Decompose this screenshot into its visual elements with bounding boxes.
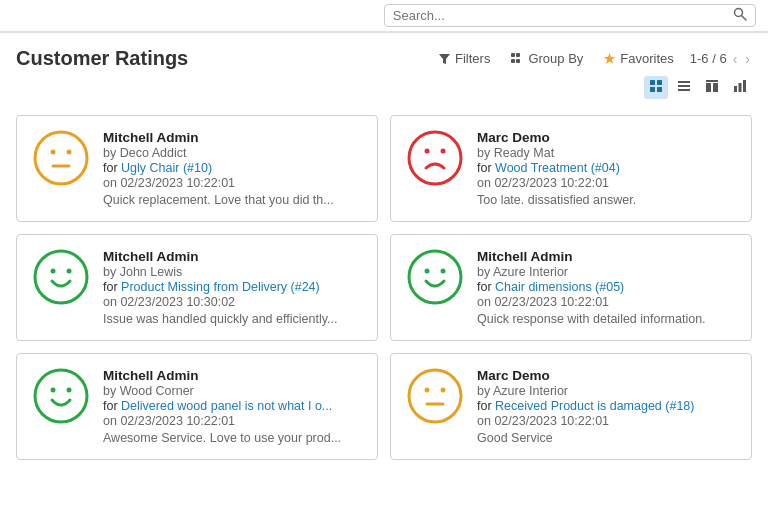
- pagination-text: 1-6 / 6: [690, 51, 727, 66]
- card-content: Marc Demo by Azure Interior for Received…: [477, 368, 735, 445]
- svg-point-29: [67, 269, 72, 274]
- card-date: on 02/23/2023 10:22:01: [103, 414, 361, 428]
- svg-point-31: [425, 269, 430, 274]
- face-icon: [407, 249, 463, 305]
- svg-rect-7: [650, 80, 655, 85]
- svg-rect-5: [516, 59, 520, 63]
- favorites-button[interactable]: Favorites: [599, 49, 677, 68]
- face-icon: [33, 368, 89, 424]
- card-date: on 02/23/2023 10:22:01: [103, 176, 361, 190]
- face-icon: [407, 368, 463, 424]
- svg-point-22: [67, 150, 72, 155]
- svg-point-25: [425, 149, 430, 154]
- svg-rect-16: [713, 83, 718, 92]
- card-comment: Issue was handled quickly and efficientl…: [103, 312, 361, 326]
- card-for-link[interactable]: Delivered wood panel is not what I o...: [121, 399, 332, 413]
- svg-point-32: [441, 269, 446, 274]
- svg-point-26: [441, 149, 446, 154]
- card-item: Mitchell Admin by Deco Addict for Ugly C…: [16, 115, 378, 222]
- card-by: by Azure Interior: [477, 384, 735, 398]
- filters-label: Filters: [455, 51, 490, 66]
- chart-view-button[interactable]: [728, 76, 752, 99]
- card-by: by John Lewis: [103, 265, 361, 279]
- svg-point-36: [409, 370, 461, 422]
- svg-point-30: [409, 251, 461, 303]
- card-for-link[interactable]: Ugly Chair (#10): [121, 161, 212, 175]
- card-for-link[interactable]: Chair dimensions (#05): [495, 280, 624, 294]
- svg-point-24: [409, 132, 461, 184]
- card-by: by Deco Addict: [103, 146, 361, 160]
- card-item: Marc Demo by Ready Mat for Wood Treatmen…: [390, 115, 752, 222]
- card-for-link[interactable]: Wood Treatment (#04): [495, 161, 620, 175]
- svg-rect-12: [678, 85, 690, 87]
- card-date: on 02/23/2023 10:30:02: [103, 295, 361, 309]
- svg-rect-19: [743, 80, 746, 92]
- face-icon: [33, 249, 89, 305]
- kanban-view-button[interactable]: [644, 76, 668, 99]
- filters-button[interactable]: Filters: [434, 49, 494, 68]
- svg-rect-17: [734, 86, 737, 92]
- card-content: Marc Demo by Ready Mat for Wood Treatmen…: [477, 130, 735, 207]
- search-container: [384, 4, 756, 27]
- svg-rect-8: [657, 80, 662, 85]
- svg-line-1: [742, 16, 747, 21]
- card-content: Mitchell Admin by Wood Corner for Delive…: [103, 368, 361, 445]
- svg-point-38: [441, 388, 446, 393]
- card-for: for Wood Treatment (#04): [477, 161, 735, 175]
- group-by-button[interactable]: Group By: [506, 49, 587, 68]
- view-controls: [0, 74, 768, 107]
- card-for: for Received Product is damaged (#18): [477, 399, 735, 413]
- prev-page-button[interactable]: ‹: [731, 51, 740, 67]
- card-date: on 02/23/2023 10:22:01: [477, 414, 735, 428]
- list-view-button[interactable]: [672, 76, 696, 99]
- favorites-label: Favorites: [620, 51, 673, 66]
- svg-point-21: [51, 150, 56, 155]
- svg-point-35: [67, 388, 72, 393]
- svg-point-27: [35, 251, 87, 303]
- card-name: Mitchell Admin: [103, 368, 361, 383]
- svg-marker-6: [604, 53, 615, 64]
- card-for-link[interactable]: Received Product is damaged (#18): [495, 399, 694, 413]
- card-name: Mitchell Admin: [477, 249, 735, 264]
- card-content: Mitchell Admin by Azure Interior for Cha…: [477, 249, 735, 326]
- card-for: for Delivered wood panel is not what I o…: [103, 399, 361, 413]
- svg-point-20: [35, 132, 87, 184]
- svg-rect-13: [678, 89, 690, 91]
- face-icon: [407, 130, 463, 186]
- card-item: Mitchell Admin by Wood Corner for Delive…: [16, 353, 378, 460]
- card-content: Mitchell Admin by John Lewis for Product…: [103, 249, 361, 326]
- page-title: Customer Ratings: [16, 47, 188, 70]
- table-view-button[interactable]: [700, 76, 724, 99]
- search-input[interactable]: [393, 8, 729, 23]
- card-for: for Chair dimensions (#05): [477, 280, 735, 294]
- svg-rect-18: [739, 83, 742, 92]
- search-button[interactable]: [733, 7, 747, 24]
- card-comment: Too late. dissatisfied answer.: [477, 193, 735, 207]
- card-comment: Quick response with detailed information…: [477, 312, 735, 326]
- card-comment: Awesome Service. Love to use your prod..…: [103, 431, 361, 445]
- card-comment: Quick replacement. Love that you did th.…: [103, 193, 361, 207]
- card-name: Mitchell Admin: [103, 130, 361, 145]
- svg-rect-4: [511, 59, 515, 63]
- face-icon: [33, 130, 89, 186]
- svg-rect-15: [706, 83, 711, 92]
- card-by: by Azure Interior: [477, 265, 735, 279]
- svg-rect-10: [657, 87, 662, 92]
- card-for: for Product Missing from Delivery (#24): [103, 280, 361, 294]
- svg-rect-14: [706, 80, 718, 82]
- pagination-info: 1-6 / 6 ‹ ›: [690, 51, 752, 67]
- svg-rect-3: [516, 53, 520, 57]
- card-name: Mitchell Admin: [103, 249, 361, 264]
- card-for-link[interactable]: Product Missing from Delivery (#24): [121, 280, 320, 294]
- card-by: by Ready Mat: [477, 146, 735, 160]
- card-name: Marc Demo: [477, 368, 735, 383]
- cards-grid: Mitchell Admin by Deco Addict for Ugly C…: [0, 107, 768, 468]
- card-item: Marc Demo by Azure Interior for Received…: [390, 353, 752, 460]
- card-name: Marc Demo: [477, 130, 735, 145]
- svg-point-37: [425, 388, 430, 393]
- next-page-button[interactable]: ›: [743, 51, 752, 67]
- svg-point-28: [51, 269, 56, 274]
- svg-point-33: [35, 370, 87, 422]
- group-by-label: Group By: [528, 51, 583, 66]
- svg-rect-11: [678, 81, 690, 83]
